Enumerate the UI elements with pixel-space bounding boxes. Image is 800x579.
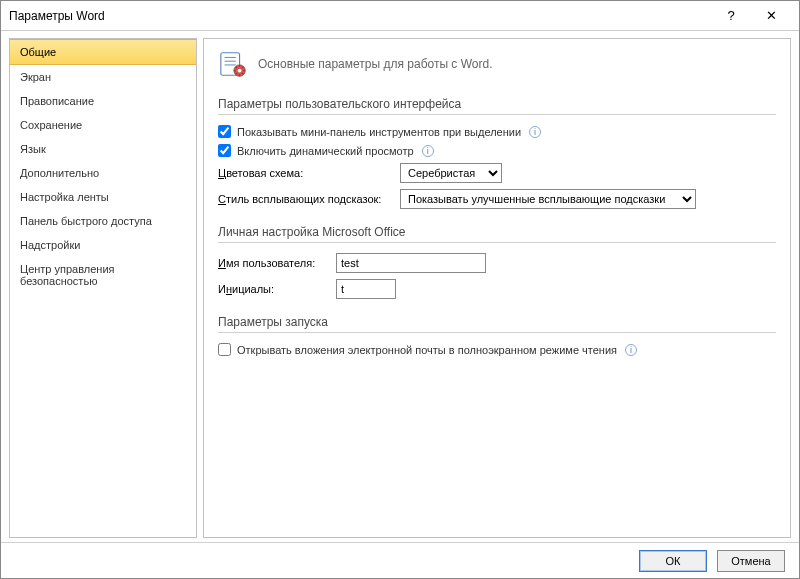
row-colorscheme: Цветовая схема: Серебристая	[218, 163, 776, 183]
checkbox-fullscreenread[interactable]	[218, 343, 231, 356]
sidebar-item-4[interactable]: Язык	[10, 137, 196, 161]
sidebar-item-5[interactable]: Дополнительно	[10, 161, 196, 185]
sidebar-item-9[interactable]: Центр управления безопасностью	[10, 257, 196, 293]
sidebar-item-7[interactable]: Панель быстрого доступа	[10, 209, 196, 233]
checkbox-livepreview[interactable]	[218, 144, 231, 157]
row-minipanel: Показывать мини-панель инструментов при …	[218, 125, 776, 138]
cancel-button[interactable]: Отмена	[717, 550, 785, 572]
label-colorscheme: Цветовая схема:	[218, 167, 394, 179]
checkbox-minipanel[interactable]	[218, 125, 231, 138]
content-panel: Основные параметры для работы с Word. Па…	[203, 38, 791, 538]
row-fullscreenread: Открывать вложения электронной почты в п…	[218, 343, 776, 356]
content-header: Основные параметры для работы с Word.	[218, 49, 776, 79]
select-tooltipstyle[interactable]: Показывать улучшенные всплывающие подска…	[400, 189, 696, 209]
section-personal-title: Личная настройка Microsoft Office	[218, 225, 776, 243]
sidebar-item-6[interactable]: Настройка ленты	[10, 185, 196, 209]
sidebar: ОбщиеЭкранПравописаниеСохранениеЯзыкДопо…	[9, 38, 197, 538]
info-icon[interactable]: i	[422, 145, 434, 157]
label-username: Имя пользователя:	[218, 257, 330, 269]
section-startup: Параметры запуска Открывать вложения эле…	[218, 315, 776, 356]
row-tooltipstyle: Стиль всплывающих подсказок: Показывать …	[218, 189, 776, 209]
ok-button[interactable]: ОК	[639, 550, 707, 572]
row-livepreview: Включить динамический просмотр i	[218, 144, 776, 157]
options-icon	[218, 49, 248, 79]
info-icon[interactable]: i	[529, 126, 541, 138]
close-button[interactable]: ✕	[751, 1, 791, 31]
sidebar-item-2[interactable]: Правописание	[10, 89, 196, 113]
input-initials[interactable]	[336, 279, 396, 299]
sidebar-item-0[interactable]: Общие	[10, 39, 196, 65]
label-fullscreenread: Открывать вложения электронной почты в п…	[237, 344, 617, 356]
row-initials: Инициалы:	[218, 279, 776, 299]
label-minipanel: Показывать мини-панель инструментов при …	[237, 126, 521, 138]
content-heading: Основные параметры для работы с Word.	[258, 57, 493, 71]
section-ui-title: Параметры пользовательского интерфейса	[218, 97, 776, 115]
titlebar: Параметры Word ? ✕	[1, 1, 799, 31]
sidebar-item-1[interactable]: Экран	[10, 65, 196, 89]
section-ui: Параметры пользовательского интерфейса П…	[218, 97, 776, 209]
svg-point-5	[238, 69, 242, 73]
label-tooltipstyle: Стиль всплывающих подсказок:	[218, 193, 394, 205]
sidebar-item-8[interactable]: Надстройки	[10, 233, 196, 257]
window-title: Параметры Word	[9, 9, 711, 23]
sidebar-item-3[interactable]: Сохранение	[10, 113, 196, 137]
label-initials: Инициалы:	[218, 283, 330, 295]
select-colorscheme[interactable]: Серебристая	[400, 163, 502, 183]
footer: ОК Отмена	[1, 542, 799, 578]
input-username[interactable]	[336, 253, 486, 273]
row-username: Имя пользователя:	[218, 253, 776, 273]
info-icon[interactable]: i	[625, 344, 637, 356]
main-area: ОбщиеЭкранПравописаниеСохранениеЯзыкДопо…	[1, 31, 799, 542]
label-livepreview: Включить динамический просмотр	[237, 145, 414, 157]
section-startup-title: Параметры запуска	[218, 315, 776, 333]
help-button[interactable]: ?	[711, 1, 751, 31]
section-personal: Личная настройка Microsoft Office Имя по…	[218, 225, 776, 299]
